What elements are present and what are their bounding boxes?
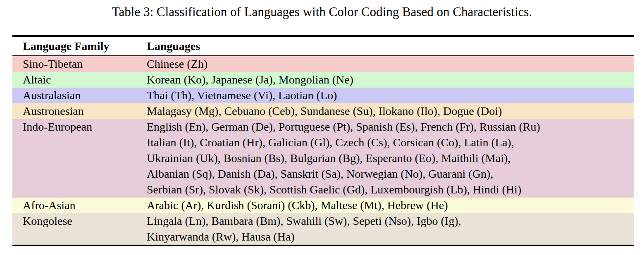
family-cell: Sino-Tibetan <box>12 56 147 72</box>
table-row-altaic: Altaic Korean (Ko), Japanese (Ja), Mongo… <box>12 72 634 88</box>
table-row-kongolese: Kongolese Lingala (Ln), Bambara (Bm), Sw… <box>12 213 634 245</box>
table-row-austronesian: Austronesian Malagasy (Mg), Cebuano (Ceb… <box>12 103 634 119</box>
family-cell: Indo-European <box>12 119 147 198</box>
table-row-indo-european: Indo-European English (En), German (De),… <box>12 119 634 198</box>
table-header-row: Language Family Languages <box>12 37 634 55</box>
language-classification-table: Language Family Languages Sino-Tibetan C… <box>12 35 634 246</box>
languages-cell: Thai (Th), Vietnamese (Vi), Laotian (Lo) <box>147 88 634 103</box>
column-header-language-family: Language Family <box>12 37 147 55</box>
family-cell: Afro-Asian <box>12 198 147 213</box>
languages-cell: Korean (Ko), Japanese (Ja), Mongolian (N… <box>147 72 634 88</box>
languages-cell: Arabic (Ar), Kurdish (Sorani) (Ckb), Mal… <box>147 198 634 213</box>
family-cell: Kongolese <box>12 213 147 245</box>
languages-cell: Chinese (Zh) <box>147 56 634 72</box>
document-page: Table 3: Classification of Languages wit… <box>0 0 644 255</box>
table-row-sino-tibetan: Sino-Tibetan Chinese (Zh) <box>12 56 634 72</box>
bottom-rule <box>12 245 634 246</box>
table-row-afro-asian: Afro-Asian Arabic (Ar), Kurdish (Sorani)… <box>12 198 634 213</box>
table-caption: Table 3: Classification of Languages wit… <box>0 0 644 33</box>
family-cell: Austronesian <box>12 103 147 119</box>
languages-cell: Malagasy (Mg), Cebuano (Ceb), Sundanese … <box>147 103 634 119</box>
column-header-languages: Languages <box>147 37 634 55</box>
family-cell: Altaic <box>12 72 147 88</box>
languages-cell: English (En), German (De), Portuguese (P… <box>147 119 634 198</box>
languages-cell: Lingala (Ln), Bambara (Bm), Swahili (Sw)… <box>147 213 634 245</box>
table-row-australasian: Australasian Thai (Th), Vietnamese (Vi),… <box>12 88 634 103</box>
family-cell: Australasian <box>12 88 147 103</box>
